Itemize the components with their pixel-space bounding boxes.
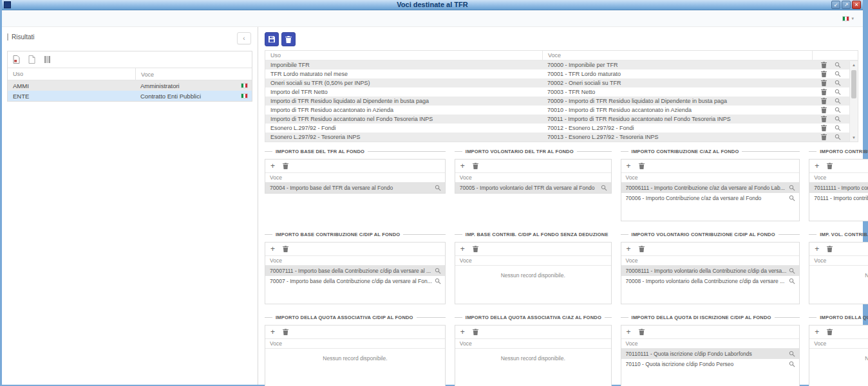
panel-toolbar: + (265, 160, 445, 173)
cell-voce: Amministratori (135, 82, 241, 89)
panel-row[interactable]: 70006111 - Importo Contribuzione c/az da… (621, 183, 800, 193)
collapse-panel-button[interactable]: ‹ (237, 32, 251, 44)
delete-icon[interactable] (473, 246, 478, 252)
search-icon[interactable] (835, 71, 841, 77)
search-icon[interactable] (789, 185, 795, 191)
add-icon[interactable]: + (627, 163, 631, 169)
add-icon[interactable]: + (627, 246, 631, 252)
scrollbar-thumb[interactable] (851, 70, 856, 98)
search-icon[interactable] (789, 268, 795, 274)
panel-row[interactable]: 70110 - Quota iscrizione c/dip Fondo Per… (621, 359, 800, 369)
table-row[interactable]: Importo di TFR Residuo liquidato al Dipe… (265, 96, 858, 106)
add-icon[interactable]: + (460, 329, 465, 335)
panel-row[interactable]: 70007 - Importo base della Contribuzione… (265, 276, 445, 286)
table-row[interactable]: Esonero L.297/92 - Fondi 70012 - Esonero… (265, 124, 858, 133)
panel-row[interactable]: 70110111 - Quota iscrizione c/dip Fondo … (621, 349, 800, 359)
maximize-window-button[interactable]: ↗ (842, 1, 851, 9)
delete-row-icon[interactable] (821, 89, 827, 95)
panel-title: IMP. BASE CONTRIB. C/DIP AL FONDO SENZA … (455, 232, 612, 237)
cell-voce: 70005 - Importo volontario del TFR da ve… (460, 185, 601, 191)
delete-row-icon[interactable] (821, 116, 827, 122)
delete-row-icon[interactable] (821, 107, 827, 113)
search-icon[interactable] (435, 268, 441, 274)
scroll-up-icon[interactable]: ▲ (852, 61, 856, 69)
table-row[interactable]: Importo del TFR Netto 70003 - TFR Netto (265, 87, 858, 96)
delete-icon[interactable] (827, 163, 833, 169)
delete-icon[interactable] (473, 163, 478, 169)
panel-toolbar: + (265, 243, 445, 256)
add-icon[interactable]: + (460, 163, 465, 169)
delete-icon[interactable] (283, 246, 288, 252)
panel-row[interactable]: 70008 - Importo volontario della Contrib… (621, 276, 800, 286)
panel-row[interactable]: 70005 - Importo volontario del TFR da ve… (455, 183, 611, 193)
vertical-scrollbar[interactable]: ▲ ▼ (849, 61, 858, 142)
panel-row[interactable]: 70004 - Importo base del TFR da versare … (265, 183, 445, 193)
delete-icon[interactable] (283, 329, 288, 335)
delete-row-icon[interactable] (821, 80, 827, 86)
search-icon[interactable] (789, 195, 795, 201)
panel-column-header: Voce (621, 173, 800, 183)
delete-icon[interactable] (473, 329, 478, 335)
delete-button[interactable] (281, 32, 296, 46)
table-row[interactable]: Importo di TFR Residuo accantonato nel F… (265, 115, 858, 124)
delete-row-icon[interactable] (821, 125, 827, 131)
table-row[interactable]: Esonero L.297/92 - Tesoreria INPS 70013 … (265, 133, 858, 142)
export-pdf-icon[interactable] (28, 55, 35, 64)
search-icon[interactable] (789, 278, 795, 284)
restore-window-button[interactable]: ↙ (831, 1, 840, 9)
add-icon[interactable]: + (815, 246, 819, 252)
search-icon[interactable] (601, 185, 607, 191)
panel-row[interactable]: 70111111 - Importo contribuzione adesion… (809, 183, 868, 193)
search-icon[interactable] (435, 278, 441, 284)
add-icon[interactable]: + (815, 329, 819, 335)
cell-voce: 70110 - Quota iscrizione c/dip Fondo Per… (626, 361, 789, 367)
panel-row[interactable]: 70006 - Importo Contribuzione c/az da ve… (621, 193, 800, 203)
delete-icon[interactable] (639, 329, 645, 335)
delete-icon[interactable] (827, 329, 833, 335)
delete-icon[interactable] (639, 163, 645, 169)
language-selector[interactable]: ▾ (842, 16, 854, 21)
search-icon[interactable] (789, 351, 795, 357)
scroll-down-icon[interactable]: ▼ (852, 134, 856, 142)
delete-row-icon[interactable] (821, 98, 827, 104)
add-icon[interactable]: + (270, 163, 275, 169)
search-icon[interactable] (835, 107, 841, 113)
search-icon[interactable] (835, 134, 841, 140)
add-icon[interactable]: + (627, 329, 631, 335)
search-icon[interactable] (835, 116, 841, 122)
search-icon[interactable] (789, 361, 795, 367)
table-row[interactable]: Imponibile TFR 70000 - Imponibile per TF… (265, 60, 858, 69)
search-icon[interactable] (435, 185, 441, 191)
delete-icon[interactable] (283, 163, 288, 169)
delete-icon[interactable] (639, 246, 645, 252)
search-icon[interactable] (835, 62, 841, 68)
panel-title-label: IMPORTO DELLA QUOTA DI ISCRIZIONE C/AZ A… (820, 315, 868, 320)
save-button[interactable] (265, 32, 279, 46)
delete-row-icon[interactable] (821, 71, 827, 77)
add-icon[interactable]: + (815, 163, 819, 169)
table-row[interactable]: Importo di TFR Residuo accantonato in Az… (265, 106, 858, 115)
add-icon[interactable]: + (270, 329, 275, 335)
panel-row[interactable]: 70007111 - Importo base della Contribuzi… (265, 266, 445, 276)
column-header-uso: Uso (8, 71, 135, 77)
search-icon[interactable] (835, 98, 841, 104)
delete-row-icon[interactable] (821, 62, 827, 68)
panel-row[interactable]: 70008111 - Importo volontario della Cont… (621, 266, 800, 276)
add-icon[interactable]: + (460, 246, 465, 252)
panel-row[interactable]: 70111 - Importo contribuzione adesione c… (809, 193, 868, 203)
table-columns-icon[interactable] (44, 55, 51, 64)
close-window-button[interactable]: ✕ (852, 1, 861, 9)
search-icon[interactable] (835, 125, 841, 131)
table-row[interactable]: Oneri sociali su TFR (0,50% per INPS) 70… (265, 78, 858, 87)
cell-voce: 70111111 - Importo contribuzione adesion… (814, 185, 868, 191)
table-row[interactable]: TFR Lordo maturato nel mese 70001 - TFR … (265, 69, 858, 78)
cell-voce: 70003 - TFR Netto (542, 89, 812, 95)
export-excel-icon[interactable] (13, 55, 20, 64)
search-icon[interactable] (835, 80, 841, 86)
search-icon[interactable] (835, 89, 841, 95)
delete-icon[interactable] (827, 246, 833, 252)
delete-row-icon[interactable] (821, 134, 827, 140)
add-icon[interactable]: + (270, 246, 275, 252)
results-table-row[interactable]: AMMI Amministratori (8, 80, 252, 91)
results-table-row[interactable]: ENTE Contratto Enti Pubblici (8, 91, 252, 101)
